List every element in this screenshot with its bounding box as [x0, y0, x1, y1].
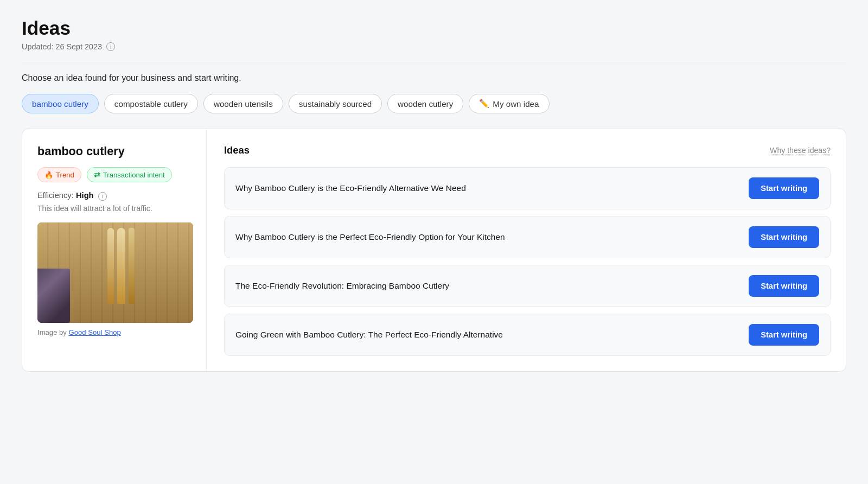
info-icon[interactable]: i — [106, 42, 115, 51]
transactional-badge: ⇄ Transactional intent — [87, 167, 172, 182]
idea-text-4: Going Green with Bamboo Cutlery: The Per… — [235, 328, 740, 341]
updated-row: Updated: 26 Sept 2023 i — [22, 42, 846, 51]
right-panel: Ideas Why these ideas? Why Bamboo Cutler… — [207, 129, 846, 371]
image-caption: Image by Good Soul Shop — [37, 328, 193, 336]
left-panel: bamboo cutlery 🔥 Trend ⇄ Transactional i… — [22, 129, 207, 371]
efficiency-value: High — [76, 191, 94, 200]
chips-row: bamboo cutlery compostable cutlery woode… — [22, 94, 846, 113]
idea-item-1: Why Bamboo Cutlery is the Eco-Friendly A… — [224, 167, 831, 209]
bamboo-image — [37, 222, 193, 323]
chip-label: wooden cutlery — [398, 99, 453, 109]
chip-sustainably-sourced[interactable]: sustainably sourced — [289, 94, 382, 113]
utensil-knife — [129, 228, 135, 304]
left-panel-title: bamboo cutlery — [37, 144, 193, 158]
ideas-list: Why Bamboo Cutlery is the Eco-Friendly A… — [224, 167, 831, 356]
chip-wooden-cutlery[interactable]: wooden cutlery — [387, 94, 463, 113]
main-card: bamboo cutlery 🔥 Trend ⇄ Transactional i… — [22, 129, 846, 372]
why-these-ideas-link[interactable]: Why these ideas? — [770, 146, 831, 155]
image-credit-link[interactable]: Good Soul Shop — [69, 328, 121, 336]
pencil-icon: ✏️ — [479, 99, 489, 109]
bamboo-image-container — [37, 222, 193, 323]
efficiency-desc: This idea will attract a lot of traffic. — [37, 204, 193, 213]
cutlery-image-overlay — [107, 228, 135, 304]
chip-label: sustainably sourced — [299, 99, 372, 109]
chip-compostable-cutlery[interactable]: compostable cutlery — [104, 94, 198, 113]
page-title: Ideas — [22, 17, 846, 39]
chip-label: bamboo cutlery — [32, 99, 88, 109]
trend-label: Trend — [56, 171, 74, 179]
badges-row: 🔥 Trend ⇄ Transactional intent — [37, 167, 193, 182]
fabric-decoration — [37, 269, 70, 323]
start-writing-button-4[interactable]: Start writing — [749, 324, 819, 346]
right-panel-title: Ideas — [224, 144, 250, 156]
utensil-fork — [107, 228, 114, 304]
idea-text-2: Why Bamboo Cutlery is the Perfect Eco-Fr… — [235, 231, 740, 243]
efficiency-info-icon[interactable]: i — [98, 192, 107, 201]
chip-label: compostable cutlery — [114, 99, 188, 109]
start-writing-button-2[interactable]: Start writing — [749, 226, 819, 248]
start-writing-button-1[interactable]: Start writing — [749, 177, 819, 199]
idea-item-2: Why Bamboo Cutlery is the Perfect Eco-Fr… — [224, 216, 831, 258]
transactional-icon: ⇄ — [94, 170, 100, 179]
idea-text-3: The Eco-Friendly Revolution: Embracing B… — [235, 279, 740, 292]
idea-text-1: Why Bamboo Cutlery is the Eco-Friendly A… — [235, 182, 740, 194]
updated-text: Updated: 26 Sept 2023 — [22, 42, 102, 51]
efficiency-row: Efficiency: High i — [37, 191, 193, 201]
chip-my-own-idea[interactable]: ✏️ My own idea — [469, 94, 549, 113]
trend-badge: 🔥 Trend — [37, 167, 81, 182]
start-writing-button-3[interactable]: Start writing — [749, 275, 819, 297]
right-panel-header: Ideas Why these ideas? — [224, 144, 831, 156]
chip-label: My own idea — [493, 99, 539, 109]
chip-bamboo-cutlery[interactable]: bamboo cutlery — [22, 94, 99, 113]
utensil-spoon — [117, 228, 125, 304]
fire-icon: 🔥 — [44, 171, 53, 179]
idea-item-4: Going Green with Bamboo Cutlery: The Per… — [224, 314, 831, 356]
transactional-label: Transactional intent — [103, 171, 165, 179]
idea-item-3: The Eco-Friendly Revolution: Embracing B… — [224, 265, 831, 307]
instructions-text: Choose an idea found for your business a… — [22, 73, 846, 83]
divider — [22, 62, 846, 62]
chip-wooden-utensils[interactable]: wooden utensils — [203, 94, 283, 113]
chip-label: wooden utensils — [214, 99, 273, 109]
